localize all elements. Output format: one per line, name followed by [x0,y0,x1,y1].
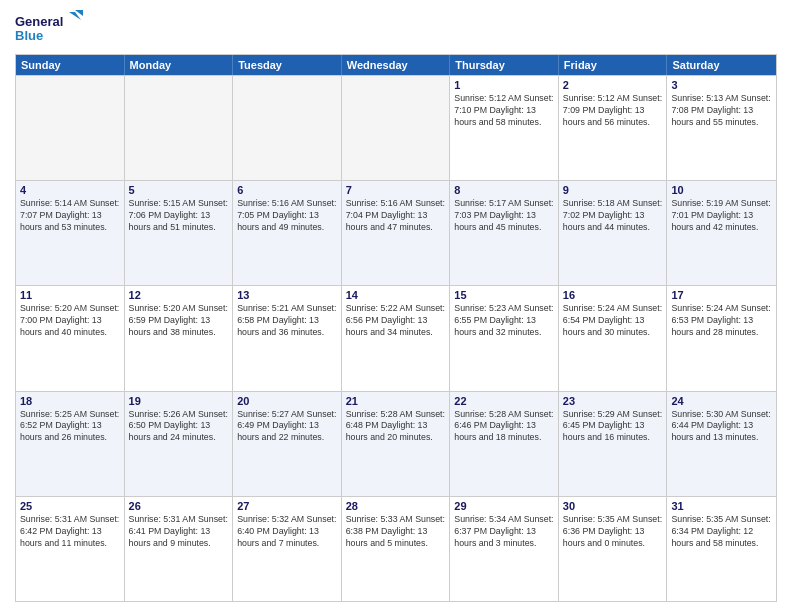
calendar-cell: 21Sunrise: 5:28 AM Sunset: 6:48 PM Dayli… [342,392,451,496]
day-info: Sunrise: 5:17 AM Sunset: 7:03 PM Dayligh… [454,198,554,234]
day-info: Sunrise: 5:24 AM Sunset: 6:54 PM Dayligh… [563,303,663,339]
day-number: 8 [454,184,554,196]
day-number: 28 [346,500,446,512]
day-number: 12 [129,289,229,301]
day-number: 6 [237,184,337,196]
day-number: 13 [237,289,337,301]
calendar-cell: 8Sunrise: 5:17 AM Sunset: 7:03 PM Daylig… [450,181,559,285]
calendar-header-cell: Wednesday [342,55,451,75]
day-info: Sunrise: 5:21 AM Sunset: 6:58 PM Dayligh… [237,303,337,339]
day-number: 18 [20,395,120,407]
calendar-cell: 20Sunrise: 5:27 AM Sunset: 6:49 PM Dayli… [233,392,342,496]
day-number: 15 [454,289,554,301]
logo-svg: General Blue [15,10,85,48]
day-number: 16 [563,289,663,301]
calendar-cell: 2Sunrise: 5:12 AM Sunset: 7:09 PM Daylig… [559,76,668,180]
calendar-cell: 6Sunrise: 5:16 AM Sunset: 7:05 PM Daylig… [233,181,342,285]
day-info: Sunrise: 5:31 AM Sunset: 6:42 PM Dayligh… [20,514,120,550]
day-info: Sunrise: 5:35 AM Sunset: 6:34 PM Dayligh… [671,514,772,550]
calendar-cell: 13Sunrise: 5:21 AM Sunset: 6:58 PM Dayli… [233,286,342,390]
calendar-week: 25Sunrise: 5:31 AM Sunset: 6:42 PM Dayli… [16,496,776,601]
calendar-cell: 24Sunrise: 5:30 AM Sunset: 6:44 PM Dayli… [667,392,776,496]
calendar-cell: 14Sunrise: 5:22 AM Sunset: 6:56 PM Dayli… [342,286,451,390]
day-number: 31 [671,500,772,512]
calendar-week: 18Sunrise: 5:25 AM Sunset: 6:52 PM Dayli… [16,391,776,496]
day-number: 2 [563,79,663,91]
calendar-cell: 30Sunrise: 5:35 AM Sunset: 6:36 PM Dayli… [559,497,668,601]
calendar-cell: 23Sunrise: 5:29 AM Sunset: 6:45 PM Dayli… [559,392,668,496]
day-info: Sunrise: 5:12 AM Sunset: 7:10 PM Dayligh… [454,93,554,129]
calendar-body: 1Sunrise: 5:12 AM Sunset: 7:10 PM Daylig… [16,75,776,601]
day-number: 5 [129,184,229,196]
svg-marker-2 [69,12,81,20]
calendar-cell: 28Sunrise: 5:33 AM Sunset: 6:38 PM Dayli… [342,497,451,601]
calendar-cell [125,76,234,180]
day-number: 23 [563,395,663,407]
calendar-cell: 25Sunrise: 5:31 AM Sunset: 6:42 PM Dayli… [16,497,125,601]
calendar-cell: 18Sunrise: 5:25 AM Sunset: 6:52 PM Dayli… [16,392,125,496]
svg-text:Blue: Blue [15,28,43,43]
day-info: Sunrise: 5:20 AM Sunset: 7:00 PM Dayligh… [20,303,120,339]
page: General Blue SundayMondayTuesdayWednesda… [0,0,792,612]
day-number: 4 [20,184,120,196]
day-number: 24 [671,395,772,407]
day-number: 22 [454,395,554,407]
day-number: 19 [129,395,229,407]
svg-text:General: General [15,14,63,29]
day-number: 29 [454,500,554,512]
day-number: 25 [20,500,120,512]
calendar-header-cell: Monday [125,55,234,75]
day-info: Sunrise: 5:31 AM Sunset: 6:41 PM Dayligh… [129,514,229,550]
day-number: 3 [671,79,772,91]
calendar-header-cell: Thursday [450,55,559,75]
calendar-header-cell: Sunday [16,55,125,75]
day-info: Sunrise: 5:13 AM Sunset: 7:08 PM Dayligh… [671,93,772,129]
day-info: Sunrise: 5:35 AM Sunset: 6:36 PM Dayligh… [563,514,663,550]
day-number: 9 [563,184,663,196]
day-info: Sunrise: 5:33 AM Sunset: 6:38 PM Dayligh… [346,514,446,550]
day-number: 17 [671,289,772,301]
day-info: Sunrise: 5:12 AM Sunset: 7:09 PM Dayligh… [563,93,663,129]
calendar-cell: 11Sunrise: 5:20 AM Sunset: 7:00 PM Dayli… [16,286,125,390]
day-info: Sunrise: 5:16 AM Sunset: 7:05 PM Dayligh… [237,198,337,234]
calendar-cell: 29Sunrise: 5:34 AM Sunset: 6:37 PM Dayli… [450,497,559,601]
header: General Blue [15,10,777,48]
day-info: Sunrise: 5:15 AM Sunset: 7:06 PM Dayligh… [129,198,229,234]
calendar-cell [342,76,451,180]
calendar-week: 4Sunrise: 5:14 AM Sunset: 7:07 PM Daylig… [16,180,776,285]
day-info: Sunrise: 5:18 AM Sunset: 7:02 PM Dayligh… [563,198,663,234]
day-info: Sunrise: 5:27 AM Sunset: 6:49 PM Dayligh… [237,409,337,445]
calendar-header-cell: Saturday [667,55,776,75]
calendar-cell [233,76,342,180]
day-info: Sunrise: 5:29 AM Sunset: 6:45 PM Dayligh… [563,409,663,445]
calendar-week: 11Sunrise: 5:20 AM Sunset: 7:00 PM Dayli… [16,285,776,390]
day-number: 26 [129,500,229,512]
day-info: Sunrise: 5:32 AM Sunset: 6:40 PM Dayligh… [237,514,337,550]
calendar-cell: 9Sunrise: 5:18 AM Sunset: 7:02 PM Daylig… [559,181,668,285]
calendar-week: 1Sunrise: 5:12 AM Sunset: 7:10 PM Daylig… [16,75,776,180]
day-number: 10 [671,184,772,196]
day-number: 14 [346,289,446,301]
day-info: Sunrise: 5:16 AM Sunset: 7:04 PM Dayligh… [346,198,446,234]
day-info: Sunrise: 5:28 AM Sunset: 6:48 PM Dayligh… [346,409,446,445]
calendar-cell: 19Sunrise: 5:26 AM Sunset: 6:50 PM Dayli… [125,392,234,496]
calendar-cell: 31Sunrise: 5:35 AM Sunset: 6:34 PM Dayli… [667,497,776,601]
calendar-cell: 1Sunrise: 5:12 AM Sunset: 7:10 PM Daylig… [450,76,559,180]
day-info: Sunrise: 5:24 AM Sunset: 6:53 PM Dayligh… [671,303,772,339]
day-info: Sunrise: 5:20 AM Sunset: 6:59 PM Dayligh… [129,303,229,339]
calendar-cell: 22Sunrise: 5:28 AM Sunset: 6:46 PM Dayli… [450,392,559,496]
day-info: Sunrise: 5:19 AM Sunset: 7:01 PM Dayligh… [671,198,772,234]
calendar-cell: 10Sunrise: 5:19 AM Sunset: 7:01 PM Dayli… [667,181,776,285]
calendar-cell: 15Sunrise: 5:23 AM Sunset: 6:55 PM Dayli… [450,286,559,390]
calendar-cell: 26Sunrise: 5:31 AM Sunset: 6:41 PM Dayli… [125,497,234,601]
day-number: 7 [346,184,446,196]
day-number: 20 [237,395,337,407]
day-info: Sunrise: 5:30 AM Sunset: 6:44 PM Dayligh… [671,409,772,445]
day-info: Sunrise: 5:26 AM Sunset: 6:50 PM Dayligh… [129,409,229,445]
calendar-cell: 16Sunrise: 5:24 AM Sunset: 6:54 PM Dayli… [559,286,668,390]
day-number: 21 [346,395,446,407]
day-info: Sunrise: 5:34 AM Sunset: 6:37 PM Dayligh… [454,514,554,550]
calendar-cell: 12Sunrise: 5:20 AM Sunset: 6:59 PM Dayli… [125,286,234,390]
calendar-cell [16,76,125,180]
calendar-header-row: SundayMondayTuesdayWednesdayThursdayFrid… [16,55,776,75]
